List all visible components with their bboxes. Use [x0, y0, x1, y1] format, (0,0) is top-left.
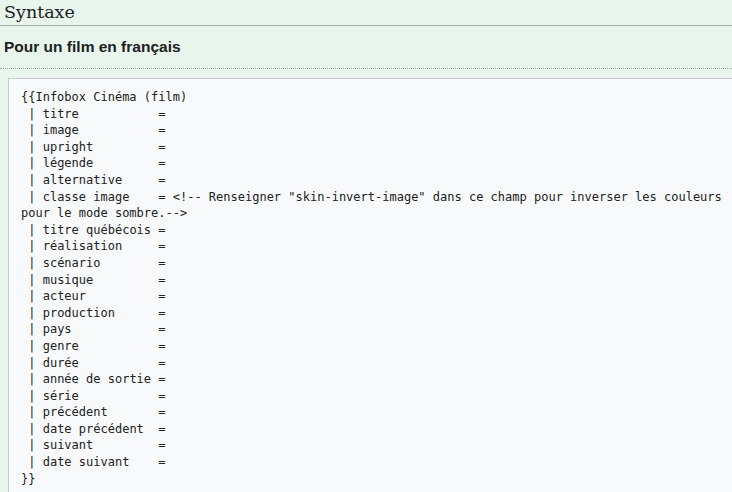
subsection-heading-film-francais: Pour un film en français [0, 38, 732, 69]
section-heading-syntaxe: Syntaxe [0, 0, 732, 26]
infobox-template-wikitext: {{Infobox Cinéma (film) | titre = | imag… [21, 90, 729, 486]
wiki-doc-page: { "heading": { "title": "Syntaxe" }, "su… [0, 0, 732, 492]
infobox-syntax-code-block: {{Infobox Cinéma (film) | titre = | imag… [8, 78, 732, 492]
